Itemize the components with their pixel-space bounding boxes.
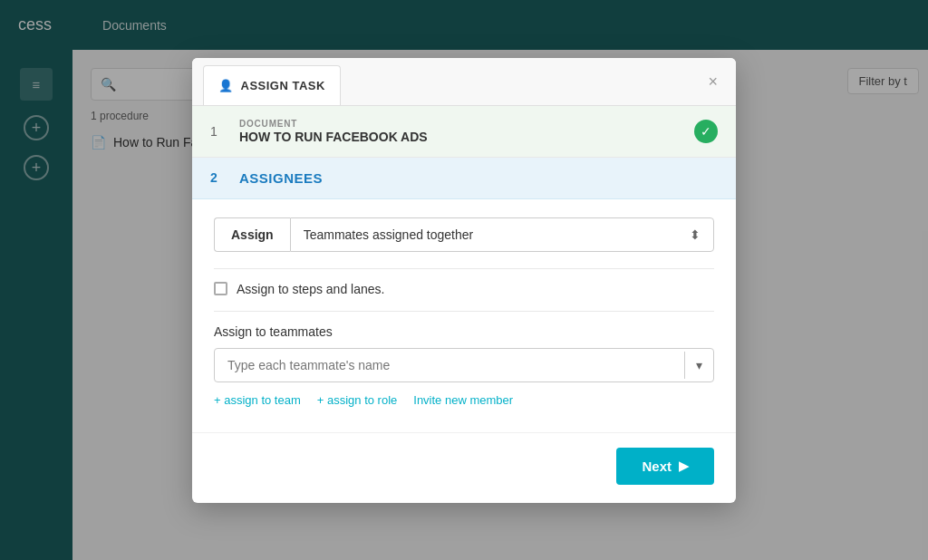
modal-tab-label: ASSIGN TASK bbox=[241, 79, 325, 92]
divider-1 bbox=[214, 268, 714, 269]
divider-2 bbox=[214, 311, 714, 312]
step-1-info: DOCUMENT HOW TO RUN FACEBOOK ADS bbox=[239, 119, 680, 144]
teammate-input[interactable] bbox=[215, 349, 684, 381]
step-1-title: HOW TO RUN FACEBOOK ADS bbox=[239, 130, 680, 144]
assign-row: Assign Teammates assigned together ⬍ bbox=[214, 217, 714, 252]
modal-tab-bar: 👤 ASSIGN TASK × bbox=[192, 58, 736, 106]
step-2-row: 2 ASSIGNEES bbox=[192, 158, 736, 199]
assign-teammates-label: Assign to teammates bbox=[214, 324, 714, 339]
step-1-checkmark: ✓ bbox=[694, 120, 718, 143]
assign-steps-label: Assign to steps and lanes. bbox=[237, 282, 384, 296]
step-1-sublabel: DOCUMENT bbox=[239, 119, 680, 129]
assign-select[interactable]: Teammates assigned together ⬍ bbox=[290, 217, 714, 252]
modal-overlay: 👤 ASSIGN TASK × 1 DOCUMENT HOW TO RUN FA… bbox=[0, 0, 928, 560]
assign-to-role-link[interactable]: + assign to role bbox=[317, 393, 398, 407]
step-2-title: ASSIGNEES bbox=[239, 170, 323, 186]
teammate-input-row: ▾ bbox=[214, 348, 714, 382]
assign-steps-checkbox[interactable] bbox=[214, 282, 227, 295]
assign-to-team-link[interactable]: + assign to team bbox=[214, 393, 301, 407]
teammate-dropdown-button[interactable]: ▾ bbox=[685, 358, 713, 372]
next-button[interactable]: Next ▶ bbox=[616, 448, 714, 485]
modal-close-button[interactable]: × bbox=[701, 66, 725, 97]
assign-select-value: Teammates assigned together bbox=[304, 227, 474, 242]
step-1-row: 1 DOCUMENT HOW TO RUN FACEBOOK ADS ✓ bbox=[192, 106, 736, 158]
link-row: + assign to team + assign to role Invite… bbox=[214, 393, 714, 407]
assign-button[interactable]: Assign bbox=[214, 217, 290, 252]
next-label: Next bbox=[642, 459, 672, 474]
modal-tab-assign-task[interactable]: 👤 ASSIGN TASK bbox=[203, 65, 341, 105]
checkbox-row: Assign to steps and lanes. bbox=[214, 282, 714, 296]
chevron-down-icon: ⬍ bbox=[690, 227, 701, 242]
step-2-number: 2 bbox=[210, 170, 225, 185]
next-arrow-icon: ▶ bbox=[679, 459, 689, 473]
invite-new-member-link[interactable]: Invite new member bbox=[413, 393, 513, 407]
modal-body: Assign Teammates assigned together ⬍ Ass… bbox=[192, 199, 736, 432]
step-1-number: 1 bbox=[210, 124, 225, 139]
user-icon: 👤 bbox=[218, 79, 234, 92]
modal-footer: Next ▶ bbox=[192, 432, 736, 503]
assign-task-modal: 👤 ASSIGN TASK × 1 DOCUMENT HOW TO RUN FA… bbox=[192, 58, 736, 503]
